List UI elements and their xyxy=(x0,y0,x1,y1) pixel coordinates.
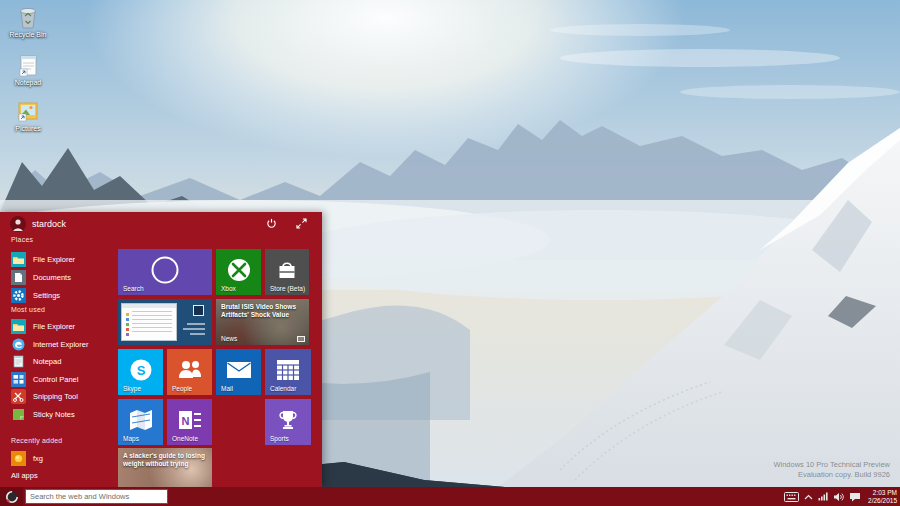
taskbar-search-input[interactable] xyxy=(25,489,168,504)
watermark-line2: Evaluation copy. Build 9926 xyxy=(773,470,890,480)
section-label-most-used: Most used xyxy=(11,306,45,313)
tile-onenote[interactable]: N OneNote xyxy=(167,399,212,445)
start-button[interactable] xyxy=(0,487,23,506)
fxg-app-icon xyxy=(11,451,26,466)
tray-expand-chevron-icon[interactable] xyxy=(804,487,813,506)
volume-icon[interactable] xyxy=(833,487,844,506)
taskbar: 2:03 PM 2/26/2015 xyxy=(0,487,900,506)
tile-calendar[interactable]: Calendar xyxy=(265,349,311,395)
user-name: stardock xyxy=(32,219,66,229)
desktop-icon-recycle-bin[interactable]: Recycle Bin xyxy=(4,4,52,38)
onenote-icon: N xyxy=(177,408,203,432)
clock-time: 2:03 PM xyxy=(868,489,897,497)
all-apps-button[interactable]: All apps xyxy=(11,471,38,480)
notepad-icon xyxy=(15,52,41,78)
tile-store[interactable]: Store (Beta) xyxy=(265,249,309,295)
skype-icon: S xyxy=(128,357,154,383)
touch-keyboard-icon[interactable] xyxy=(784,487,799,506)
health-headline: A slacker's guide to losing weight witho… xyxy=(123,452,207,468)
clock-date: 2/26/2015 xyxy=(868,497,897,505)
tile-app-preview[interactable] xyxy=(118,299,212,345)
menu-item-sticky-notes[interactable]: Sticky Notes xyxy=(11,406,111,422)
recycle-bin-icon xyxy=(15,4,41,30)
control-panel-icon xyxy=(11,372,26,387)
documents-icon xyxy=(11,270,26,285)
tile-skype[interactable]: S Skype xyxy=(118,349,163,395)
start-menu: stardock Places File Explorer Documen xyxy=(0,212,322,487)
power-button[interactable] xyxy=(263,216,279,230)
maps-icon xyxy=(128,408,154,432)
search-icon xyxy=(152,256,179,283)
xbox-icon xyxy=(226,257,252,283)
tile-health-fitness[interactable]: A slacker's guide to losing weight witho… xyxy=(118,448,212,487)
watermark-line1: Windows 10 Pro Technical Preview xyxy=(773,460,890,470)
sports-trophy-icon xyxy=(275,408,301,432)
snipping-tool-icon xyxy=(11,389,26,404)
menu-item-snipping-tool[interactable]: Snipping Tool xyxy=(11,388,111,404)
svg-text:N: N xyxy=(181,414,189,426)
system-tray: 2:03 PM 2/26/2015 xyxy=(784,487,900,506)
desktop-icon-notepad[interactable]: Notepad xyxy=(4,52,52,86)
power-icon xyxy=(266,218,277,229)
desktop-icon-label: Notepad xyxy=(4,79,52,86)
build-watermark: Windows 10 Pro Technical Preview Evaluat… xyxy=(773,460,890,480)
user-avatar xyxy=(10,216,26,232)
tile-search[interactable]: Search xyxy=(118,249,212,295)
tile-mail[interactable]: Mail xyxy=(216,349,261,395)
menu-item-documents[interactable]: Documents xyxy=(11,269,111,285)
preview-window xyxy=(121,303,177,341)
store-bag-icon xyxy=(275,258,299,282)
desktop: Recycle Bin Notepad Pictures Windows 10 … xyxy=(0,0,900,506)
menu-item-file-explorer-2[interactable]: File Explorer xyxy=(11,318,111,334)
action-center-icon[interactable] xyxy=(849,487,861,506)
file-explorer-icon xyxy=(11,319,26,334)
expand-fullscreen-button[interactable] xyxy=(293,216,309,230)
calendar-icon xyxy=(276,359,300,381)
file-explorer-icon xyxy=(11,252,26,267)
tile-news[interactable]: Brutal ISIS Video Shows Artifacts' Shock… xyxy=(216,299,309,345)
sticky-notes-icon xyxy=(11,407,26,422)
msn-logo-icon xyxy=(297,336,305,342)
settings-gear-icon xyxy=(11,288,26,303)
menu-item-control-panel[interactable]: Control Panel xyxy=(11,371,111,387)
tile-sports[interactable]: Sports xyxy=(265,399,311,445)
tile-people[interactable]: People xyxy=(167,349,212,395)
user-account-button[interactable]: stardock xyxy=(10,215,66,233)
taskbar-clock[interactable]: 2:03 PM 2/26/2015 xyxy=(866,489,897,504)
menu-item-settings[interactable]: Settings xyxy=(11,287,111,303)
mail-envelope-icon xyxy=(226,360,252,380)
tile-xbox[interactable]: Xbox xyxy=(216,249,261,295)
preview-sidebar xyxy=(178,303,208,341)
section-label-places: Places xyxy=(11,236,33,243)
desktop-icon-label: Recycle Bin xyxy=(4,31,52,38)
desktop-icon-label: Pictures xyxy=(4,125,52,132)
expand-icon xyxy=(296,218,307,229)
menu-item-fxg[interactable]: fxg xyxy=(11,450,111,466)
desktop-icon-pictures[interactable]: Pictures xyxy=(4,98,52,132)
internet-explorer-icon xyxy=(11,337,26,352)
tile-maps[interactable]: Maps xyxy=(118,399,163,445)
menu-item-notepad[interactable]: Notepad xyxy=(11,353,111,369)
people-icon xyxy=(176,358,204,382)
menu-item-internet-explorer[interactable]: Internet Explorer xyxy=(11,336,111,352)
section-label-recently-added: Recently added xyxy=(11,437,62,444)
news-headline: Brutal ISIS Video Shows Artifacts' Shock… xyxy=(221,303,304,319)
menu-item-file-explorer[interactable]: File Explorer xyxy=(11,251,111,267)
network-icon[interactable] xyxy=(818,487,828,506)
start-orb-icon xyxy=(5,490,19,504)
notepad-app-icon xyxy=(11,354,26,369)
pictures-icon xyxy=(15,98,41,124)
svg-text:S: S xyxy=(136,362,145,377)
preview-avatar xyxy=(193,305,204,316)
